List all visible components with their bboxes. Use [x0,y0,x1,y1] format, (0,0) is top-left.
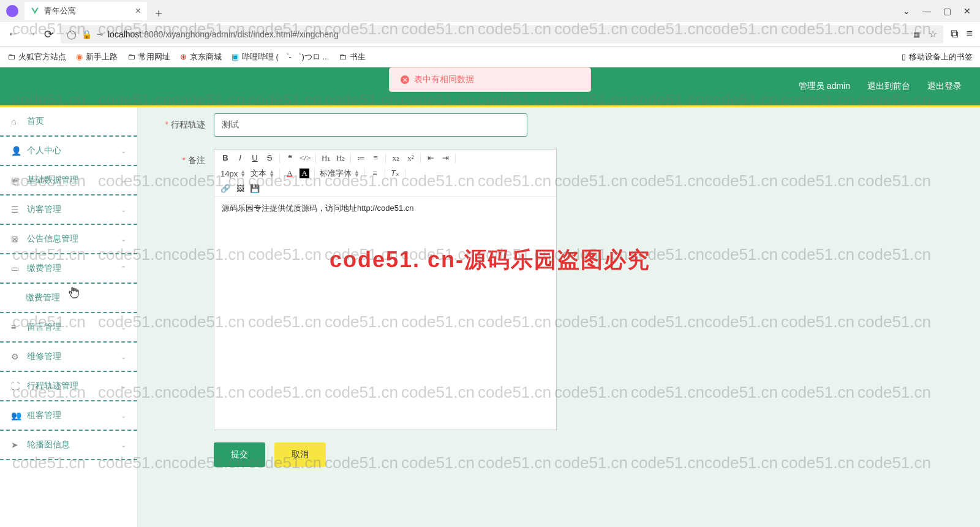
home-icon: ⌂ [11,116,21,126]
code-button[interactable]: </> [300,153,311,163]
sidebar-item-visitor[interactable]: ☰访客管理⌄ [0,195,137,225]
cancel-button[interactable]: 取消 [274,442,326,467]
font-family-select[interactable]: 标准字体▲▼ [320,168,360,179]
sup-button[interactable]: x² [405,153,415,163]
link-button[interactable]: 🔗 [221,184,230,194]
maximize-icon[interactable]: ▢ [943,6,951,16]
main-content: *行程轨迹 *备注 B I U S ❝ [138,107,980,527]
firefox-icon: ◉ [76,52,83,61]
submit-button[interactable]: 提交 [214,442,265,467]
lock-icon[interactable]: 🔒 [81,29,92,39]
sidebar-item-tenant[interactable]: 👥租客管理⌄ [0,401,137,431]
address-bar[interactable]: ◯ 🔒 ⊸ localhost:8080/xiyanghong/admin/di… [61,25,943,44]
url-text: localhost:8080/xiyanghong/admin/dist/ind… [108,29,339,39]
star-icon[interactable]: ☆ [929,28,937,40]
firefox-icon [6,5,18,17]
sidebar-item-notice[interactable]: ⊠公告信息管理⌄ [0,225,137,254]
close-tab-icon[interactable]: × [135,6,141,17]
list-icon: ☰ [11,205,21,214]
sidebar-item-payment[interactable]: ▭缴费管理⌃ [0,254,137,284]
chevron-down-icon: ⌄ [121,176,126,184]
sidebar-item-basedata[interactable]: ▤基础数据管理⌄ [0,166,137,195]
sidebar-item-home[interactable]: ⌂首页 [0,107,137,137]
clear-format-button[interactable]: Tₓ [390,169,400,178]
browser-title-bar: 青年公寓 × ＋ ⌄ — ▢ ✕ [0,0,980,22]
permissions-icon[interactable]: ⊸ [97,30,103,39]
exit-front-link[interactable]: 退出到前台 [867,81,910,92]
h2-button[interactable]: H₂ [336,153,345,163]
bg-color-button[interactable]: A [300,169,309,178]
new-tab-button[interactable]: ＋ [153,6,164,20]
underline-button[interactable]: U [250,153,260,163]
folder-icon: 🗀 [127,52,135,61]
bold-button[interactable]: B [221,153,230,163]
back-button[interactable]: ← [7,28,18,40]
italic-button[interactable]: I [235,153,245,163]
text-color-button[interactable]: A [285,169,295,178]
ol-button[interactable]: ≔ [356,153,366,163]
sidebar-item-trajectory[interactable]: ⛶行程轨迹管理⌄ [0,372,137,401]
folder-icon: 🗀 [339,52,347,61]
qr-icon[interactable]: ▦ [913,30,920,39]
sidebar-item-repair[interactable]: ⚙维修管理⌄ [0,343,137,372]
lines-icon: ≡ [11,322,21,332]
bookmark-item[interactable]: ◉新手上路 [76,51,118,63]
save-button[interactable]: 💾 [250,184,260,194]
align-button[interactable]: ≡ [370,169,380,178]
chevron-down-icon: ⌄ [121,441,126,449]
alert-toast: ✕ 表中有相同数据 [389,67,591,92]
mobile-bookmarks[interactable]: ▯移动设备上的书签 [902,51,973,63]
error-icon: ✕ [401,75,409,84]
window-controls: ⌄ — ▢ ✕ [903,6,980,16]
sidebar-item-message[interactable]: ≡留言管理⌄ [0,313,137,343]
close-box-icon: ⊠ [11,234,21,244]
reload-button[interactable]: ⟳ [44,28,53,41]
tool-icon: ⚙ [11,352,21,362]
minimize-icon[interactable]: — [922,6,931,16]
sidebar-item-personal[interactable]: 👤个人中心⌄ [0,137,137,166]
indent-more-button[interactable]: ⇥ [440,153,450,163]
editor-toolbar: B I U S ❝ </> H₁ H₂ [214,150,556,197]
forward-button[interactable]: → [26,28,37,40]
menu-icon[interactable]: ≡ [966,28,973,40]
ul-button[interactable]: ≡ [371,153,380,163]
h1-button[interactable]: H₁ [321,153,331,163]
close-window-icon[interactable]: ✕ [963,6,971,16]
tab-bar[interactable]: 青年公寓 × ＋ [24,2,164,20]
user-icon: 👤 [11,146,21,156]
indent-less-button[interactable]: ⇤ [426,153,435,163]
bilibili-icon: ▣ [232,52,239,61]
bookmark-item[interactable]: ▣哔哩哔哩 ( ゜- ゜)つロ ... [232,51,329,63]
chevron-down-icon: ⌄ [121,353,126,361]
admin-label[interactable]: 管理员 admin [799,81,850,92]
track-icon: ⛶ [11,381,21,391]
chevron-down-icon: ⌄ [121,324,126,332]
trajectory-input[interactable] [214,113,527,137]
sub-button[interactable]: x₂ [391,153,401,163]
db-icon: ▤ [11,175,21,185]
bookmark-item[interactable]: 🗀书生 [339,51,366,63]
image-button[interactable]: 🖼 [235,184,245,194]
shield-icon[interactable]: ◯ [67,29,77,39]
app-header: ✕ 表中有相同数据 管理员 admin 退出到前台 退出登录 [0,67,980,105]
sidebar-subitem-payment[interactable]: 缴费管理 [0,284,137,313]
send-icon: ➤ [11,440,21,450]
sidebar-item-carousel[interactable]: ➤轮播图信息⌄ [0,431,137,460]
tab-title: 青年公寓 [44,6,76,17]
bookmark-item[interactable]: 🗀火狐官方站点 [7,51,66,63]
bookmark-item[interactable]: ⊕京东商城 [180,51,222,63]
wallet-icon: ▭ [11,264,21,273]
quote-button[interactable]: ❝ [285,153,295,163]
dropdown-icon[interactable]: ⌄ [903,6,910,16]
paragraph-select[interactable]: 文本▲▼ [251,168,274,179]
editor-content[interactable]: 源码乐园专注提供优质源码，访问地址http://code51.cn [214,197,556,430]
font-size-select[interactable]: 14px▲▼ [221,169,246,178]
strike-button[interactable]: S [265,153,274,163]
vue-icon [31,7,39,15]
address-bar-row: ← → ⟳ ◯ 🔒 ⊸ localhost:8080/xiyanghong/ad… [0,22,980,47]
extension-icon[interactable]: ⧉ [951,28,959,40]
browser-tab[interactable]: 青年公寓 × [24,2,147,20]
rich-editor[interactable]: B I U S ❝ </> H₁ H₂ [214,149,557,430]
logout-link[interactable]: 退出登录 [927,81,962,92]
bookmark-item[interactable]: 🗀常用网址 [127,51,170,63]
